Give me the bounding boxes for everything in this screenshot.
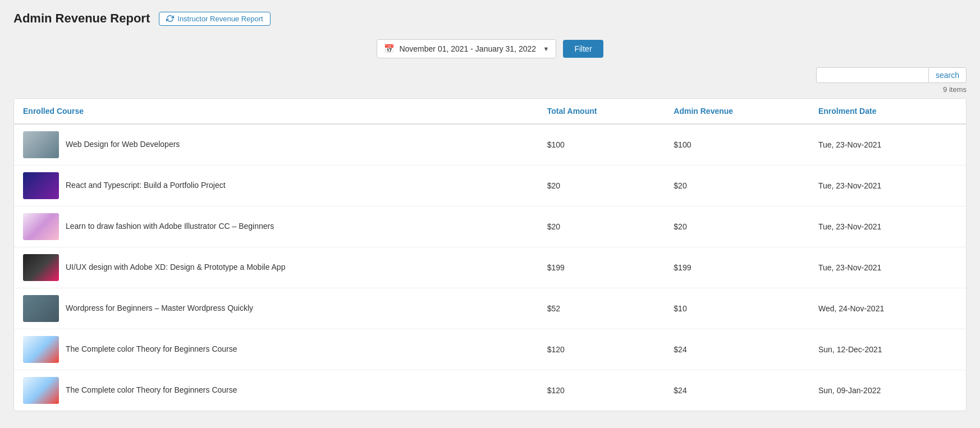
page-wrapper: Admin Revenue Report Instructor Revenue … — [0, 0, 980, 428]
page-header: Admin Revenue Report Instructor Revenue … — [13, 11, 967, 26]
course-thumbnail — [23, 131, 59, 158]
total-amount: $52 — [538, 288, 665, 329]
enrolment-date: Tue, 23-Nov-2021 — [809, 124, 966, 165]
date-range-value: November 01, 2021 - January 31, 2022 — [399, 44, 536, 53]
admin-revenue: $24 — [665, 329, 809, 370]
course-name: The Complete color Theory for Beginners … — [66, 385, 237, 396]
table-row: Web Design for Web Developers $100$100Tu… — [14, 124, 966, 165]
col-header-total[interactable]: Total Amount — [538, 99, 665, 124]
total-amount: $20 — [538, 206, 665, 247]
search-input[interactable] — [816, 67, 928, 83]
instructor-revenue-link[interactable]: Instructor Revenue Report — [159, 12, 270, 26]
table-row: Wordpress for Beginners – Master Wordpre… — [14, 288, 966, 329]
table-header: Enrolled Course Total Amount Admin Reven… — [14, 99, 966, 124]
course-name: Web Design for Web Developers — [66, 139, 180, 150]
course-thumbnail — [23, 213, 59, 240]
course-cell: Wordpress for Beginners – Master Wordpre… — [14, 288, 538, 329]
admin-revenue: $20 — [665, 165, 809, 206]
items-count: 9 items — [13, 85, 967, 94]
search-bar: search — [13, 67, 967, 83]
enrolment-date: Tue, 23-Nov-2021 — [809, 165, 966, 206]
course-cell: UI/UX design with Adobe XD: Design & Pro… — [14, 247, 538, 288]
course-name: The Complete color Theory for Beginners … — [66, 344, 237, 355]
date-range-input[interactable]: 📅 November 01, 2021 - January 31, 2022 ▼ — [377, 39, 556, 58]
enrolment-date: Sun, 09-Jan-2022 — [809, 370, 966, 411]
enrolment-date: Tue, 23-Nov-2021 — [809, 247, 966, 288]
sync-icon — [166, 15, 174, 22]
total-amount: $120 — [538, 370, 665, 411]
total-amount: $199 — [538, 247, 665, 288]
col-header-admin-revenue[interactable]: Admin Revenue — [665, 99, 809, 124]
table-row: Learn to draw fashion with Adobe Illustr… — [14, 206, 966, 247]
col-header-course[interactable]: Enrolled Course — [14, 99, 538, 124]
table-row: The Complete color Theory for Beginners … — [14, 370, 966, 411]
col-header-enrolment-date[interactable]: Enrolment Date — [809, 99, 966, 124]
course-cell: Web Design for Web Developers — [14, 124, 538, 165]
course-cell: The Complete color Theory for Beginners … — [14, 329, 538, 370]
table-row: React and Typescript: Build a Portfolio … — [14, 165, 966, 206]
course-name: React and Typescript: Build a Portfolio … — [66, 180, 226, 191]
enrolment-date: Wed, 24-Nov-2021 — [809, 288, 966, 329]
page-title: Admin Revenue Report — [13, 11, 150, 26]
data-table: Enrolled Course Total Amount Admin Reven… — [14, 99, 966, 411]
total-amount: $120 — [538, 329, 665, 370]
admin-revenue: $100 — [665, 124, 809, 165]
filter-button[interactable]: Filter — [563, 40, 603, 58]
course-cell: Learn to draw fashion with Adobe Illustr… — [14, 206, 538, 247]
calendar-icon: 📅 — [384, 44, 395, 54]
course-thumbnail — [23, 336, 59, 363]
course-thumbnail — [23, 377, 59, 404]
course-name: Learn to draw fashion with Adobe Illustr… — [66, 221, 274, 232]
table-row: The Complete color Theory for Beginners … — [14, 329, 966, 370]
admin-revenue: $24 — [665, 370, 809, 411]
course-thumbnail — [23, 295, 59, 322]
instructor-link-label: Instructor Revenue Report — [177, 15, 263, 23]
course-name: UI/UX design with Adobe XD: Design & Pro… — [66, 262, 285, 273]
enrolment-date: Sun, 12-Dec-2021 — [809, 329, 966, 370]
table-container: Enrolled Course Total Amount Admin Reven… — [13, 98, 967, 411]
enrolment-date: Tue, 23-Nov-2021 — [809, 206, 966, 247]
table-row: UI/UX design with Adobe XD: Design & Pro… — [14, 247, 966, 288]
search-button[interactable]: search — [928, 67, 967, 83]
admin-revenue: $10 — [665, 288, 809, 329]
table-header-row: Enrolled Course Total Amount Admin Reven… — [14, 99, 966, 124]
table-body: Web Design for Web Developers $100$100Tu… — [14, 124, 966, 411]
course-cell: The Complete color Theory for Beginners … — [14, 370, 538, 411]
dropdown-arrow-icon: ▼ — [543, 45, 549, 52]
course-thumbnail — [23, 172, 59, 199]
total-amount: $100 — [538, 124, 665, 165]
admin-revenue: $20 — [665, 206, 809, 247]
admin-revenue: $199 — [665, 247, 809, 288]
course-name: Wordpress for Beginners – Master Wordpre… — [66, 303, 253, 314]
total-amount: $20 — [538, 165, 665, 206]
course-cell: React and Typescript: Build a Portfolio … — [14, 165, 538, 206]
course-thumbnail — [23, 254, 59, 281]
filter-bar: 📅 November 01, 2021 - January 31, 2022 ▼… — [13, 39, 967, 58]
